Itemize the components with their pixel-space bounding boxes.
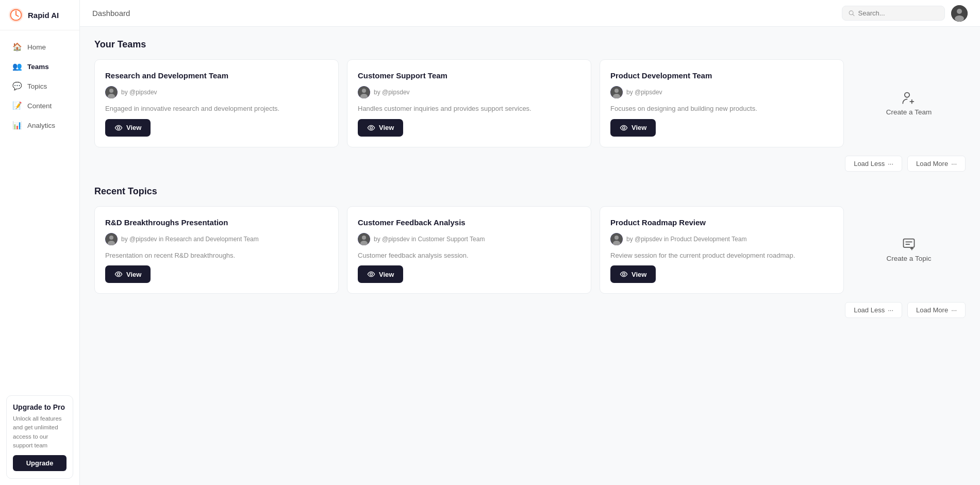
topic-view-button-2[interactable]: View [610,265,656,283]
svg-point-8 [109,89,113,93]
topic-card-title-0: R&D Breakthroughs Presentation [105,217,328,228]
dots-icon: ··· [951,160,957,168]
team-card-0: Research and Development Team by @pipsde… [94,59,339,147]
create-topic-inner: Create a Topic [887,237,932,262]
eye-icon-topic-0 [114,270,123,278]
sidebar-item-label: Content [27,102,52,110]
eye-icon-2 [620,124,628,132]
upgrade-title: Upgrade to Pro [13,403,67,411]
recent-topics-section: Recent Topics R&D Breakthroughs Presenta… [94,186,966,319]
topic-author-avatar-2 [610,233,623,245]
upgrade-button[interactable]: Upgrade [13,455,67,471]
teams-pagination: Load Less ··· Load More ··· [94,156,966,172]
upgrade-desc: Unlock all features and get unlimited ac… [13,414,67,450]
teams-cards-grid: Research and Development Team by @pipsde… [94,59,966,147]
dots-icon: ··· [888,160,893,168]
topic-card-desc-2: Review session for the current product d… [610,250,833,261]
logo: Rapid AI [0,0,79,30]
user-avatar[interactable] [951,5,968,22]
sidebar-item-teams[interactable]: 👥 Teams [4,57,75,76]
topics-load-less-button[interactable]: Load Less ··· [845,302,902,318]
team-view-button-2[interactable]: View [610,119,656,137]
svg-rect-32 [904,239,915,247]
team-card-1: Customer Support Team by @pipsdev Handle… [347,59,591,147]
dots-icon: ··· [951,306,957,314]
svg-point-27 [370,273,373,276]
svg-point-16 [614,89,619,93]
logo-icon [8,7,24,23]
topics-cards-grid: R&D Breakthroughs Presentation by @pipsd… [94,206,966,294]
topic-card-desc-1: Customer feedback analysis session. [358,250,580,261]
topbar-right [842,5,968,22]
svg-point-29 [614,236,619,240]
main-area: Dashboard Your Teams [80,0,980,485]
recent-topics-title: Recent Topics [94,186,966,197]
teams-load-more-button[interactable]: Load More ··· [907,156,966,172]
search-box[interactable] [842,6,945,21]
eye-icon-0 [114,124,123,132]
topic-author-text-1: by @pipsdev in Customer Support Team [374,236,485,243]
topic-author-text-0: by @pipsdev in Research and Development … [121,236,259,243]
team-card-author-1: by @pipsdev [358,86,580,98]
svg-point-6 [955,15,964,22]
team-card-desc-2: Focuses on designing and building new pr… [610,104,833,114]
topic-view-button-1[interactable]: View [358,265,403,283]
topic-author-avatar-1 [358,233,370,245]
svg-point-19 [905,92,909,97]
logo-text: Rapid AI [28,11,59,20]
your-teams-section: Your Teams Research and Development Team… [94,39,966,172]
topbar: Dashboard [80,0,980,27]
team-author-text-0: by @pipsdev [121,89,157,96]
your-teams-title: Your Teams [94,39,966,50]
team-card-desc-0: Engaged in innovative research and devel… [105,104,328,114]
create-topic-icon [902,237,916,252]
team-card-2: Product Development Team by @pipsdev Foc… [600,59,844,147]
sidebar-item-topics[interactable]: 💬 Topics [4,77,75,95]
topic-card-title-1: Customer Feedback Analysis [358,217,580,228]
sidebar-item-analytics[interactable]: 📊 Analytics [4,116,75,135]
svg-point-5 [957,9,962,14]
sidebar-nav: 🏠 Home 👥 Teams 💬 Topics 📝 Content 📊 Anal… [0,30,79,389]
create-topic-label: Create a Topic [887,255,932,262]
team-view-button-0[interactable]: View [105,119,151,137]
create-team-card[interactable]: Create a Team [852,59,966,147]
sidebar-item-label: Home [27,43,46,51]
team-card-title-2: Product Development Team [610,70,833,81]
sidebar-item-label: Topics [27,82,47,90]
svg-point-10 [118,126,120,129]
topic-view-button-0[interactable]: View [105,265,151,283]
topic-card-2: Product Roadmap Review by @pipsdev in Pr… [600,206,844,294]
team-card-title-0: Research and Development Team [105,70,328,81]
sidebar-item-home[interactable]: 🏠 Home [4,38,75,56]
topic-card-1: Customer Feedback Analysis by @pipsdev i… [347,206,591,294]
create-team-label: Create a Team [886,108,932,116]
team-author-text-2: by @pipsdev [626,89,662,96]
dots-icon: ··· [888,306,893,314]
topics-load-more-button[interactable]: Load More ··· [907,302,966,318]
sidebar: Rapid AI 🏠 Home 👥 Teams 💬 Topics 📝 Conte… [0,0,80,485]
svg-point-21 [109,236,113,240]
topics-icon: 💬 [12,81,22,91]
svg-point-31 [623,273,625,276]
create-topic-card[interactable]: Create a Topic [852,206,966,294]
search-input[interactable] [858,9,938,17]
sidebar-item-content[interactable]: 📝 Content [4,96,75,115]
topics-pagination: Load Less ··· Load More ··· [94,302,966,318]
topic-author-avatar-0 [105,233,118,245]
team-author-avatar-0 [105,86,118,98]
teams-load-less-button[interactable]: Load Less ··· [845,156,902,172]
topic-card-desc-0: Presentation on recent R&D breakthroughs… [105,250,328,261]
sidebar-item-label: Analytics [27,122,55,129]
create-team-icon [902,91,916,105]
topic-author-text-2: by @pipsdev in Product Development Team [626,236,746,243]
eye-icon-1 [367,124,375,132]
topic-card-title-2: Product Roadmap Review [610,217,833,228]
content-icon: 📝 [12,101,22,110]
team-author-text-1: by @pipsdev [374,89,410,96]
topic-card-author-2: by @pipsdev in Product Development Team [610,233,833,245]
team-card-author-2: by @pipsdev [610,86,833,98]
main-content: Your Teams Research and Development Team… [80,27,980,485]
svg-point-18 [623,126,625,129]
team-view-button-1[interactable]: View [358,119,403,137]
team-card-desc-1: Handles customer inquiries and provides … [358,104,580,114]
